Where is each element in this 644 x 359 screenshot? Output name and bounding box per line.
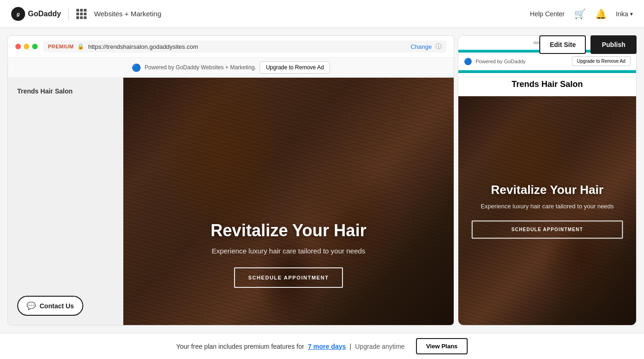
navbar: g GoDaddy Websites + Marketing Help Cent… (0, 0, 644, 28)
lock-icon: 🔒 (77, 43, 84, 50)
contact-us-button[interactable]: 💬 Contact Us (17, 296, 83, 316)
upgrade-ad-button[interactable]: Upgrade to Remove Ad (260, 61, 330, 73)
dot-yellow (24, 44, 29, 49)
mobile-site-title: Trends Hair Salon (458, 72, 636, 96)
site-name-left: Trends Hair Salon (17, 87, 73, 95)
publish-button[interactable]: Publish (590, 35, 637, 54)
website-content: Trends Hair Salon 💬 Contact Us Revitaliz… (8, 78, 454, 325)
mobile-hero-text: Revitalize Your Hair Experience luxury h… (472, 183, 623, 239)
desktop-ad-bar: 🔵 Powered by GoDaddy Websites + Marketin… (8, 58, 454, 78)
grid-icon[interactable] (76, 9, 87, 19)
main-area: Edit Site Publish PREMIUM 🔒 https://tren… (0, 28, 644, 333)
mobile-hero: Revitalize Your Hair Experience luxury h… (458, 96, 636, 325)
mobile-hero-subtitle: Experience luxury hair care tailored to … (472, 202, 623, 211)
browser-url-bar[interactable]: PREMIUM 🔒 https://trendshairsalon.godadd… (43, 40, 446, 53)
ad-text: Powered by GoDaddy Websites + Marketing. (145, 64, 256, 71)
hero-area: Revitalize Your Hair Experience luxury h… (123, 78, 454, 325)
browser-dots (15, 44, 38, 49)
mobile-ad-bar: 🔵 Powered by GoDaddy Upgrade to Remove A… (458, 51, 636, 70)
change-link[interactable]: Change (410, 43, 432, 50)
mobile-ad-text: Powered by GoDaddy (476, 59, 526, 64)
godaddy-icon: g (11, 7, 25, 21)
chevron-down-icon: ▾ (630, 11, 633, 17)
hero-title: Revitalize Your Hair (156, 221, 421, 240)
browser-preview: PREMIUM 🔒 https://trendshairsalon.godadd… (7, 35, 454, 326)
banner-text-before: Your free plan includes premium features… (176, 343, 304, 350)
bell-icon[interactable]: 🔔 (595, 8, 607, 20)
contact-us-label: Contact Us (40, 302, 74, 310)
dot-green (32, 44, 38, 49)
schedule-appointment-button[interactable]: SCHEDULE APPOINTMENT (234, 267, 342, 288)
navbar-left: g GoDaddy Websites + Marketing (11, 7, 161, 21)
godaddy-text: GoDaddy (28, 10, 61, 18)
help-center-link[interactable]: Help Center (530, 10, 565, 18)
browser-bar: PREMIUM 🔒 https://trendshairsalon.godadd… (8, 36, 454, 58)
info-icon[interactable]: ⓘ (436, 42, 442, 51)
mobile-upgrade-ad-button[interactable]: Upgrade to Remove Ad (572, 56, 631, 66)
hero-background (123, 78, 454, 325)
mobile-preview: 🔵 Powered by GoDaddy Upgrade to Remove A… (458, 35, 637, 326)
days-link[interactable]: 7 more days (308, 343, 346, 350)
view-plans-button[interactable]: View Plans (416, 338, 468, 354)
dot-red (15, 44, 21, 49)
toolbar-buttons: Edit Site Publish (539, 35, 637, 54)
bottom-banner: Your free plan includes premium features… (0, 333, 644, 359)
hero-subtitle: Experience luxury hair care tailored to … (156, 246, 421, 257)
user-menu[interactable]: Inka ▾ (616, 10, 633, 18)
url-text: https://trendshairsalon.godaddysites.com (88, 43, 407, 50)
banner-separator: | (349, 343, 351, 350)
user-name: Inka (616, 10, 628, 18)
godaddy-logo: g GoDaddy (11, 7, 61, 21)
edit-site-button[interactable]: Edit Site (539, 35, 586, 54)
mobile-hero-title: Revitalize Your Hair (472, 183, 623, 197)
cart-icon[interactable]: 🛒 (574, 8, 586, 20)
godaddy-ad-logo: 🔵 (132, 63, 141, 72)
nav-divider (68, 8, 69, 20)
app-name: Websites + Marketing (94, 10, 161, 18)
hero-text: Revitalize Your Hair Experience luxury h… (156, 221, 421, 288)
navbar-right: Help Center 🛒 🔔 Inka ▾ (530, 8, 633, 20)
mobile-schedule-appointment-button[interactable]: SCHEDULE APPOINTMENT (472, 220, 623, 239)
site-sidebar: Trends Hair Salon 💬 Contact Us (8, 78, 123, 325)
chat-icon: 💬 (27, 301, 36, 310)
premium-badge: PREMIUM (48, 44, 74, 49)
upgrade-anytime-text: Upgrade anytime (355, 343, 405, 350)
mobile-ad-icon: 🔵 (464, 58, 472, 65)
